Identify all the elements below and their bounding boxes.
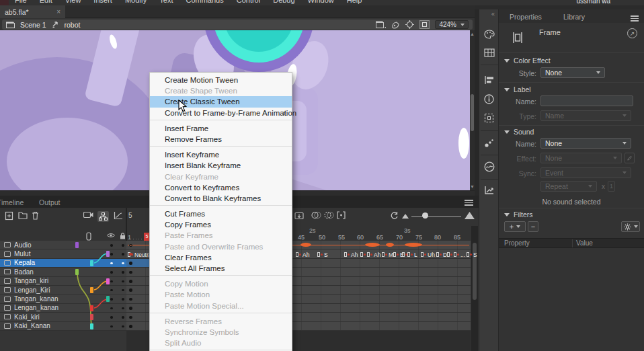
context-menu-item[interactable]: Paste Motion <box>150 289 292 300</box>
context-menu-item[interactable]: Synchronize Symbols <box>150 327 292 338</box>
menubar-item[interactable]: Window <box>308 0 334 4</box>
context-menu-item[interactable]: Select All Frames <box>150 263 292 274</box>
edit-scene-icon[interactable] <box>376 21 386 28</box>
layer-visibility-dot[interactable] <box>110 307 113 310</box>
layer-name-cell[interactable]: Kaki_Kanan <box>0 322 70 330</box>
help-arrow-icon[interactable]: ↗ <box>627 28 637 38</box>
context-menu-item[interactable]: Cut Frames <box>150 208 292 219</box>
frame-label-keyframe[interactable] <box>360 251 367 258</box>
context-menu-item[interactable]: Convert to Frame-by-Frame Animation › <box>150 108 292 118</box>
section-color-effect[interactable]: Color Effect <box>504 56 551 65</box>
graph-view-icon[interactable] <box>114 211 123 220</box>
panel-menu-icon[interactable] <box>631 14 639 23</box>
sound-name-select[interactable]: None <box>540 138 631 149</box>
layer-visibility-dot[interactable] <box>110 262 113 265</box>
layer-parent-marker[interactable] <box>75 269 79 275</box>
new-layer-icon[interactable] <box>5 211 13 221</box>
delete-layer-icon[interactable] <box>32 211 39 220</box>
layer-name-cell[interactable]: Kepala <box>0 259 70 267</box>
layer-lock-dot[interactable] <box>122 316 124 319</box>
frame-label-keyframe[interactable]: Ah <box>296 251 309 258</box>
context-menu-item[interactable]: Clear Keyframe <box>150 171 292 182</box>
brush-library-icon[interactable] <box>484 139 494 148</box>
menubar-item[interactable]: Modify <box>125 0 147 4</box>
frame-label-keyframe[interactable]: Ah <box>344 251 358 258</box>
app-logo[interactable] <box>0 0 9 5</box>
layer-name-cell[interactable]: Audio <box>0 241 70 249</box>
layer-parent-marker[interactable] <box>106 278 110 284</box>
transform-icon[interactable] <box>484 113 494 123</box>
new-folder-icon[interactable] <box>18 211 28 219</box>
layer-name-cell[interactable]: Tangan_kiri <box>0 277 70 285</box>
collapse-panels-icon[interactable]: « <box>491 11 495 17</box>
zoom-out-icon[interactable] <box>402 214 409 219</box>
context-menu-item[interactable]: Insert Frame <box>150 123 292 134</box>
edit-symbols-icon[interactable] <box>391 21 400 29</box>
frame-label-keyframe[interactable]: ... <box>454 251 465 258</box>
menubar-item[interactable]: Commands <box>186 0 223 4</box>
layer-lock-dot[interactable] <box>122 325 124 328</box>
edit-sound-pencil-icon[interactable] <box>625 153 635 163</box>
frame-label-keyframe[interactable]: Uh <box>421 251 435 258</box>
frame-label-keyframe[interactable]: Ah <box>367 251 380 258</box>
context-menu-item[interactable]: Insert Keyframe <box>150 149 292 160</box>
context-menu-item[interactable]: Paste Motion Special... <box>150 301 292 311</box>
layer-visibility-dot[interactable] <box>110 298 113 301</box>
info-icon[interactable] <box>484 94 494 104</box>
layer-visibility-dot[interactable] <box>110 253 113 256</box>
context-menu-item[interactable]: Create Motion Tween <box>150 75 292 85</box>
menubar-item[interactable]: Debug <box>273 0 294 4</box>
onion-skin-icon[interactable] <box>311 211 321 219</box>
frame-label-keyframe[interactable]: M <box>382 251 393 258</box>
creative-cloud-icon[interactable] <box>484 161 495 172</box>
timeline-vertical-scrollbar[interactable] <box>471 226 478 351</box>
layer-visibility-dot[interactable] <box>110 280 113 283</box>
scroll-up-icon[interactable]: ▲ <box>470 32 475 36</box>
context-menu-item[interactable]: Reverse Frames <box>150 316 292 327</box>
frame-label-keyframe[interactable]: L <box>407 251 417 258</box>
breadcrumb-scene[interactable]: Scene 1 <box>20 21 46 29</box>
center-stage-icon[interactable] <box>405 20 414 29</box>
layer-lock-dot[interactable] <box>122 289 124 292</box>
context-menu-item[interactable]: Create Shape Tween <box>150 85 292 96</box>
context-menu-item[interactable]: Remove Frames <box>150 134 292 145</box>
zoom-level-select[interactable]: 424% <box>435 20 469 29</box>
layer-lock-dot[interactable] <box>122 262 124 265</box>
layer-name-cell[interactable]: Lengan_Kiri <box>0 286 70 294</box>
layer-parent-marker[interactable] <box>90 323 93 329</box>
layer-parent-marker[interactable] <box>90 305 93 311</box>
center-frame-icon[interactable] <box>294 211 304 220</box>
layer-parent-marker[interactable] <box>75 242 79 248</box>
frame-label-keyframe[interactable]: D <box>436 251 447 258</box>
layer-lock-dot[interactable] <box>122 280 124 283</box>
label-name-input[interactable] <box>540 95 633 106</box>
scrollbar-thumb[interactable] <box>471 94 474 131</box>
layer-name-cell[interactable]: Mulut <box>0 249 70 258</box>
tab-library[interactable]: Library <box>557 11 592 23</box>
stage-vertical-scrollbar[interactable]: ▲ ▼ <box>470 30 475 190</box>
layer-name-cell[interactable]: Lengan_kanan <box>0 304 70 312</box>
section-sound[interactable]: Sound <box>504 128 534 136</box>
timeline-zoom-slider[interactable] <box>411 216 461 217</box>
layer-lock-dot[interactable] <box>122 298 124 301</box>
layer-lock-dot[interactable] <box>122 244 124 247</box>
section-filters[interactable]: Filters <box>504 210 533 219</box>
zoom-in-icon[interactable] <box>465 212 475 219</box>
context-menu-item[interactable]: Create Classic Tween <box>150 96 292 107</box>
layer-parent-marker[interactable] <box>90 314 93 320</box>
tab-properties[interactable]: Properties <box>503 11 549 23</box>
layer-parent-marker[interactable] <box>106 296 110 302</box>
context-menu-item[interactable]: Paste Frames <box>150 230 292 241</box>
frame-label-keyframe[interactable]: S <box>317 251 328 258</box>
menubar-item[interactable]: View <box>65 0 81 4</box>
menubar-item[interactable]: Edit <box>40 0 52 4</box>
layer-parenting-icon[interactable] <box>97 211 109 222</box>
breadcrumb-symbol[interactable]: robot <box>65 21 81 29</box>
align-icon[interactable] <box>484 75 494 85</box>
menubar-item[interactable]: Help <box>347 0 362 4</box>
frame-label-keyframe[interactable]: S <box>467 251 477 258</box>
menubar-item[interactable]: Text <box>159 0 173 4</box>
scroll-down-icon[interactable]: ▼ <box>470 184 475 189</box>
onion-skin-outlines-icon[interactable] <box>324 211 334 219</box>
layer-parent-marker[interactable] <box>90 287 93 293</box>
